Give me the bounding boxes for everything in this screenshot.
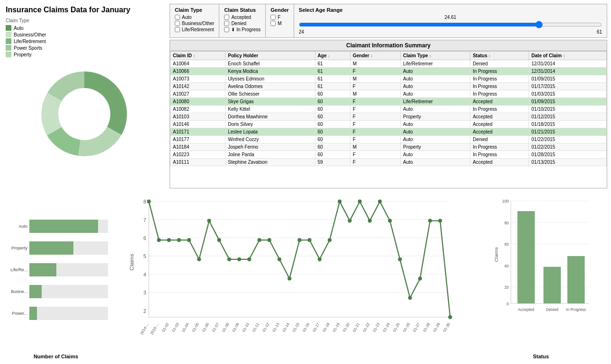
svg-text:7: 7 (144, 218, 146, 223)
legend-swatch-property (6, 52, 11, 57)
filter-accepted[interactable]: Accepted (224, 15, 261, 20)
line-dot (187, 238, 191, 242)
svg-text:Claims: Claims (128, 254, 135, 271)
line-dot (328, 238, 332, 242)
hbar-track (29, 263, 108, 276)
filter-business[interactable]: Business/Other (175, 21, 214, 26)
svg-text:100: 100 (502, 199, 509, 204)
checkbox-auto[interactable] (175, 15, 180, 20)
svg-text:0: 0 (506, 302, 509, 307)
line-x-label: 01-21 (352, 322, 360, 333)
filter-inprogress[interactable]: ⬇ In Progress (224, 27, 261, 32)
line-dot (318, 257, 322, 261)
checkbox-male[interactable] (270, 21, 276, 26)
line-x-label: 2015-... (150, 322, 160, 335)
filters-panel: Claim Type Auto Business/Other Life/Reti… (170, 4, 607, 38)
line-x-label: 01-16 (302, 322, 310, 333)
legend-item-power: Power Sports (6, 45, 163, 51)
hbar-label: Auto (4, 224, 27, 229)
col-header-gender[interactable]: Gender ↕ (350, 52, 400, 60)
svg-text:Claims: Claims (494, 247, 499, 262)
line-dot (207, 219, 211, 222)
table-row: A10171Leslee Lopata60FAutoAccepted01/21/… (171, 128, 607, 136)
line-x-label: 01-15 (292, 322, 300, 333)
checkbox-accepted[interactable] (224, 15, 229, 20)
hbar-label: Busine... (4, 289, 27, 294)
svg-point-0 (58, 88, 110, 140)
col-header-holder[interactable]: Policy Holder (225, 52, 315, 60)
age-min-label: 24 (299, 29, 304, 35)
checkbox-life[interactable] (175, 27, 180, 32)
line-dot (448, 315, 452, 319)
checkbox-business[interactable] (175, 21, 180, 26)
line-dot (378, 200, 382, 204)
claims-table-container: Claimant Information Summary Claim ID ↕ … (170, 40, 607, 188)
line-dot (147, 200, 151, 204)
line-x-label: 01-14 (282, 322, 290, 333)
line-x-label: 01-11 (252, 322, 260, 333)
line-x-label: 01-03 (171, 322, 180, 333)
bar-inprogress (567, 256, 585, 303)
line-x-label: 01-23 (372, 322, 381, 333)
claims-table: Claim ID ↕ Policy Holder Age ↓ Gender ↕ … (170, 51, 607, 166)
hbar-label: Power... (4, 311, 27, 316)
line-dot (358, 200, 362, 204)
page-title: Insurance Claims Data for January (6, 6, 163, 14)
line-x-label: 01-02 (161, 322, 170, 333)
age-slider-value: 24.61 (299, 15, 602, 20)
legend-item-business: Business/Other (6, 32, 163, 37)
line-x-label: 01-30 (442, 322, 451, 333)
hbar-item: Auto (4, 220, 108, 233)
hbar-chart: AutoPropertyLife/Re...Busine...Power... (4, 191, 108, 352)
legend-label-property: Property (14, 52, 32, 57)
bar-denied (543, 267, 561, 303)
line-dot (227, 257, 231, 261)
line-dot (408, 296, 412, 300)
table-row: A10142Avelina Odomes61FAutoIn Progress01… (171, 83, 607, 90)
line-dot (177, 238, 181, 242)
line-dot (157, 238, 161, 242)
col-header-type[interactable]: Claim Type ↕ (400, 52, 470, 60)
filter-denied[interactable]: Denied (224, 21, 261, 26)
hbar-fill (29, 263, 56, 276)
hbar-track (29, 220, 108, 233)
checkbox-denied[interactable] (224, 21, 229, 26)
line-x-label: 01-20 (342, 322, 350, 333)
line-dot (237, 257, 241, 261)
age-range-slider[interactable] (299, 21, 602, 28)
hbar-item: Property (4, 241, 108, 255)
svg-text:4: 4 (144, 272, 146, 277)
bar-accepted (517, 211, 535, 303)
col-header-age[interactable]: Age ↓ (315, 52, 350, 60)
col-header-status[interactable]: Status ↕ (470, 52, 529, 60)
table-row: A10146Doris Silvey60FAutoAccepted01/18/2… (171, 121, 607, 128)
line-x-label: 01-24 (382, 322, 391, 333)
hbar-chart-container: AutoPropertyLife/Re...Busine...Power... … (4, 191, 108, 359)
line-dot (247, 257, 251, 261)
svg-text:3: 3 (144, 290, 146, 295)
line-dot (167, 238, 171, 242)
line-x-label: 01-25 (392, 322, 401, 333)
table-title: Claimant Information Summary (170, 40, 607, 51)
filter-female[interactable]: F (270, 15, 289, 20)
line-dot (428, 219, 432, 222)
col-header-date[interactable]: Date of Claim ↕ (529, 52, 607, 60)
donut-chart (6, 62, 163, 166)
checkbox-inprogress[interactable] (224, 27, 229, 32)
svg-text:80: 80 (504, 220, 509, 225)
line-x-label: 01-07 (211, 322, 220, 333)
claim-status-filter: Claim Status Accepted Denied ⬇ In Progre… (219, 4, 266, 37)
hbar-fill (29, 307, 37, 320)
svg-text:6: 6 (144, 236, 146, 241)
checkbox-female[interactable] (270, 15, 276, 20)
line-dot (268, 238, 271, 242)
filter-auto[interactable]: Auto (175, 15, 214, 20)
line-x-label: 01-18 (322, 322, 331, 333)
age-range-title: Select Age Range (299, 7, 602, 13)
filter-male[interactable]: M (270, 21, 289, 26)
line-x-label: 01-06 (201, 322, 210, 333)
hbar-chart-title: Number of Claims (4, 354, 108, 359)
col-header-id[interactable]: Claim ID ↕ (171, 52, 225, 60)
legend-label-business: Business/Other (14, 32, 46, 37)
filter-life[interactable]: Life/Retirement (175, 27, 214, 32)
